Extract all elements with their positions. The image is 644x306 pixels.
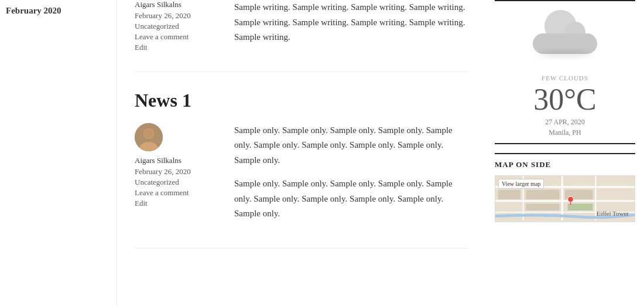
article-1-para-0: Sample only. Sample only. Sample only. S…: [234, 123, 468, 168]
article-1-para-1: Sample only. Sample only. Sample only. S…: [234, 176, 468, 222]
article-0-date: February 26, 2020: [135, 11, 222, 21]
right-sidebar: FEW CLOUDS 30°C 27 APR, 2020 Manila, PH …: [486, 0, 644, 306]
article-0-para-0: Sample writing. Sample writing. Sample w…: [234, 0, 468, 45]
map-placeholder: View larger map Eiffel Tower: [495, 175, 635, 222]
article-1: News 1 Aigars Silkalns: [135, 90, 468, 249]
article-0-body: Sample writing. Sample writing. Sample w…: [234, 0, 468, 54]
avatar: [135, 123, 163, 151]
weather-temp: 30°C: [495, 84, 635, 115]
article-0-category: Uncategorized: [135, 22, 222, 31]
weather-divider-top: [495, 0, 635, 1]
article-1-body: Sample only. Sample only. Sample only. S…: [234, 123, 468, 230]
article-0-edit[interactable]: Edit: [135, 43, 222, 52]
article-1-meta: Aigars Silkalns February 26, 2020 Uncate…: [135, 123, 222, 230]
svg-rect-14: [568, 204, 593, 210]
article-1-category: Uncategorized: [135, 178, 222, 187]
map-label: Eiffel Tower: [597, 210, 629, 217]
article-1-leave-comment[interactable]: Leave a comment: [135, 188, 222, 198]
article-1-author-block: [135, 123, 222, 151]
weather-date: 27 APR, 2020: [495, 118, 635, 127]
weather-widget: FEW CLOUDS 30°C 27 APR, 2020 Manila, PH: [495, 10, 635, 144]
svg-rect-11: [526, 190, 559, 199]
article-1-author: Aigars Silkalns: [135, 156, 222, 165]
svg-rect-13: [526, 204, 559, 210]
article-1-date: February 26, 2020: [135, 167, 222, 176]
left-sidebar: February 2020: [0, 0, 117, 306]
svg-point-3: [144, 129, 153, 138]
weather-condition: FEW CLOUDS: [495, 74, 635, 81]
svg-point-16: [568, 196, 574, 202]
svg-rect-15: [498, 190, 520, 199]
cloud-icon: [530, 22, 600, 69]
cloud-shape: [533, 22, 597, 54]
article-0: Aigars Silkalns February 26, 2020 Uncate…: [135, 0, 468, 72]
article-1-title: News 1: [135, 90, 468, 111]
weather-location: Manila, PH: [495, 128, 635, 137]
map-section-title: MAP ON SIDE: [495, 160, 635, 169]
cloud-shadow: [539, 51, 591, 57]
main-content: Aigars Silkalns February 26, 2020 Uncate…: [117, 0, 486, 306]
article-1-edit[interactable]: Edit: [135, 199, 222, 208]
map-view-larger-button[interactable]: View larger map: [498, 179, 544, 189]
archive-title: February 2020: [6, 6, 105, 16]
weather-divider-bottom: [495, 153, 635, 154]
article-0-leave-comment[interactable]: Leave a comment: [135, 32, 222, 42]
article-0-meta: Aigars Silkalns February 26, 2020 Uncate…: [135, 0, 222, 54]
article-0-author: Aigars Silkalns: [135, 0, 222, 9]
